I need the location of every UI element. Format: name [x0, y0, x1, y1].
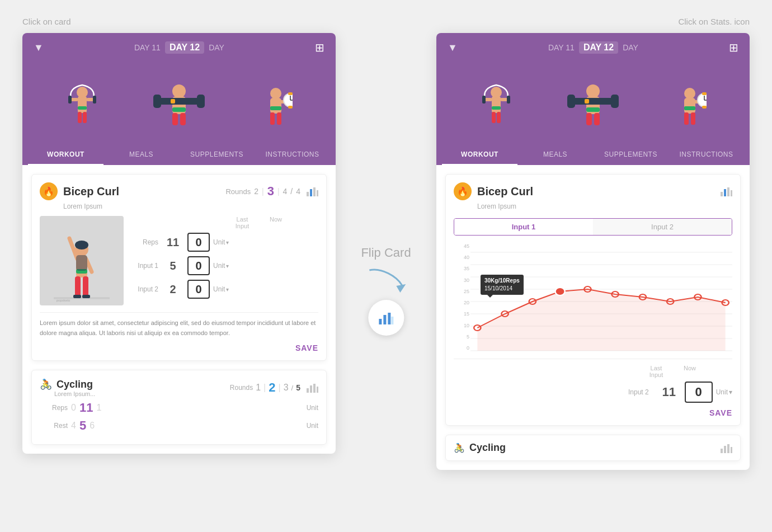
- stats-input2-unit[interactable]: Unit ▾: [716, 388, 732, 396]
- chart-y-30: 30: [454, 277, 469, 283]
- input1-unit[interactable]: Unit ▾: [213, 262, 229, 270]
- right-day-next: DAY: [623, 43, 638, 52]
- tab-meals[interactable]: MEALS: [103, 145, 179, 165]
- right-header-arrow-icon[interactable]: ▼: [448, 42, 458, 54]
- rounds-separator2: |: [277, 187, 280, 196]
- svg-rect-23: [277, 112, 281, 125]
- reps-unit-arrow-icon: ▾: [226, 239, 229, 246]
- right-day-active[interactable]: DAY 12: [579, 41, 618, 54]
- input1-now-box[interactable]: 0: [187, 256, 210, 275]
- svg-rect-88: [702, 106, 707, 109]
- svg-point-1: [77, 87, 88, 98]
- chart-tabs: Input 1 Input 2: [454, 218, 732, 236]
- bicep-curl-header: 🔥 Bicep Curl Rounds 2 | 3 | 4 /: [40, 182, 318, 200]
- chart-svg: [470, 241, 732, 353]
- stats-bicep-badge: 🔥: [454, 182, 472, 200]
- right-tab-supplements[interactable]: SUPPLEMENTS: [593, 145, 669, 165]
- svg-rect-81: [691, 112, 695, 125]
- header-day-row: DAY 11 DAY 12 DAY: [134, 41, 224, 54]
- cycling-reps-row: Reps 0 11 1 Unit: [40, 401, 318, 415]
- stats-input2-unit-text: Unit: [716, 388, 728, 396]
- input2-now-box[interactable]: 0: [187, 280, 210, 299]
- input2-unit[interactable]: Unit ▾: [213, 285, 229, 293]
- cycling-rest-current: 5: [79, 418, 86, 433]
- input2-unit-arrow-icon: ▾: [226, 286, 229, 293]
- chart-y-0: 0: [454, 345, 469, 351]
- reps-now-box[interactable]: 0: [187, 233, 210, 252]
- exercise-image-inner: popxketo: [40, 216, 124, 305]
- stats-input2-row: Input 2 11 0 Unit ▾: [454, 382, 732, 403]
- cycling-card: 🚴 Cycling Lorem Ipsum... Rounds 1 | 2 | …: [31, 370, 327, 445]
- cycling-subtitle: Lorem Ipsum...: [54, 390, 95, 397]
- svg-rect-54: [379, 319, 382, 324]
- cycling-rounds-total: 5: [296, 383, 300, 392]
- right-phone-card: ▼ DAY 11 DAY 12 DAY ⊞: [436, 33, 750, 470]
- chart-y-25: 25: [454, 289, 469, 294]
- stats-bicep-subtitle: Lorem Ipsum: [477, 203, 732, 210]
- right-tab-meals[interactable]: MEALS: [517, 145, 593, 165]
- stats-save-row: SAVE: [454, 403, 732, 417]
- reps-input-row: Reps 11 0 Unit ▾: [130, 233, 318, 252]
- right-header-day-row: DAY 11 DAY 12 DAY: [548, 41, 638, 54]
- main-row: ▼ DAY 11 DAY 12 DAY ⊞: [22, 33, 750, 470]
- right-timer-figure-icon: [673, 71, 707, 133]
- right-tab-workout[interactable]: WORKOUT: [442, 145, 517, 165]
- right-cycling-title-row: 🚴 Cycling: [454, 442, 506, 454]
- svg-point-79: [684, 88, 695, 99]
- rounds-next: 4: [283, 187, 288, 196]
- svg-rect-56: [388, 313, 390, 324]
- stats-save-button[interactable]: SAVE: [709, 408, 732, 417]
- reps-now-val: 0: [195, 236, 201, 249]
- svg-rect-31: [270, 106, 281, 110]
- cycling-stats-bar-icon[interactable]: [306, 383, 318, 393]
- svg-rect-34: [313, 187, 316, 196]
- stats-input2-now-box[interactable]: 0: [685, 382, 713, 403]
- bicep-curl-title: Bicep Curl: [63, 185, 119, 198]
- tab-instructions[interactable]: INSTRUCTIONS: [255, 145, 330, 165]
- svg-rect-93: [731, 190, 732, 196]
- svg-rect-80: [684, 112, 689, 125]
- cycling-rounds-slash: /: [291, 384, 294, 392]
- cycling-icon: 🚴: [40, 378, 52, 390]
- stats-fire-icon: 🔥: [457, 186, 468, 197]
- header-day-active[interactable]: DAY 12: [165, 41, 204, 54]
- right-cycling-stats-icon[interactable]: [720, 443, 732, 453]
- stats-circle[interactable]: [368, 300, 404, 336]
- svg-rect-60: [492, 112, 496, 123]
- right-header-nav: ▼ DAY 11 DAY 12 DAY ⊞: [448, 41, 738, 54]
- svg-text:popxketo: popxketo: [57, 299, 70, 302]
- save-button[interactable]: SAVE: [295, 343, 318, 352]
- svg-rect-117: [731, 447, 732, 453]
- svg-rect-90: [721, 192, 723, 196]
- left-phone-card: ▼ DAY 11 DAY 12 DAY ⊞: [22, 33, 336, 454]
- chart-tab-input2[interactable]: Input 2: [593, 219, 732, 235]
- svg-rect-35: [317, 190, 318, 196]
- rounds-current: 3: [267, 184, 274, 199]
- input2-label: Input 2: [130, 285, 158, 293]
- right-calendar-icon[interactable]: ⊞: [729, 41, 738, 54]
- svg-rect-65: [482, 96, 486, 103]
- stats-input2-label: Input 2: [628, 388, 649, 396]
- right-instruction: Click on Stats. icon: [678, 17, 750, 26]
- svg-rect-15: [158, 98, 200, 105]
- svg-rect-114: [721, 449, 723, 453]
- cycling-reps-label: Reps: [40, 404, 68, 412]
- cycling-rest-prev: 4: [71, 421, 76, 431]
- svg-rect-45: [82, 295, 90, 298]
- chart-area: 45 40 35 30 25 20 15 10 5 0: [454, 241, 732, 353]
- timer-figure-icon: [259, 71, 293, 133]
- reps-unit[interactable]: Unit ▾: [213, 238, 229, 246]
- svg-rect-76: [586, 107, 600, 112]
- tab-workout[interactable]: WORKOUT: [28, 145, 103, 165]
- stats-active-bar-icon[interactable]: [720, 186, 732, 196]
- chart-tab-input1[interactable]: Input 1: [454, 219, 593, 235]
- right-tab-instructions[interactable]: INSTRUCTIONS: [669, 145, 744, 165]
- header-nav: ▼ DAY 11 DAY 12 DAY ⊞: [34, 41, 324, 54]
- svg-rect-20: [270, 98, 281, 114]
- stats-bar-icon[interactable]: [306, 186, 318, 196]
- svg-rect-33: [310, 189, 312, 196]
- header-arrow-left-icon[interactable]: ▼: [34, 42, 44, 54]
- input2-last-val: 2: [162, 283, 184, 296]
- calendar-icon[interactable]: ⊞: [315, 41, 324, 54]
- tab-supplements[interactable]: SUPPLEMENTS: [179, 145, 255, 165]
